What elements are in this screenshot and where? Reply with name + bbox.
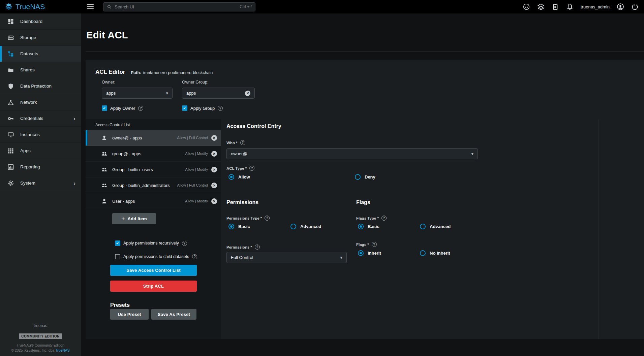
acl-entry-label: Group - builtin_users <box>112 167 153 172</box>
sidebar-item-instances[interactable]: Instances <box>0 127 81 143</box>
feedback-icon[interactable] <box>523 3 530 10</box>
help-icon[interactable] <box>240 140 245 145</box>
permissions-label-row: Permissions * <box>226 245 260 250</box>
permissions-type-advanced-radio[interactable]: Advanced <box>290 224 321 229</box>
clear-icon[interactable] <box>245 91 250 96</box>
sidebar-item-data-protection[interactable]: Data Protection <box>0 78 81 94</box>
chevron-down-icon <box>340 255 342 260</box>
title-divider <box>86 51 644 52</box>
owner-group-input[interactable]: apps <box>182 88 255 99</box>
help-icon[interactable] <box>265 216 270 221</box>
footer-copyright-line: © 2025 iXsystems, Inc. dba TrueNAS <box>0 348 81 352</box>
sidebar-item-apps[interactable]: Apps <box>0 143 81 159</box>
help-icon[interactable] <box>138 106 143 111</box>
help-icon[interactable] <box>182 241 187 246</box>
help-icon[interactable] <box>255 245 260 250</box>
help-icon[interactable] <box>192 254 197 259</box>
sidebar-item-storage[interactable]: Storage <box>0 30 81 46</box>
acl-entry-meta: Allow | Modify <box>185 199 208 203</box>
owner-value: apps <box>106 91 116 96</box>
datasets-icon <box>7 51 14 57</box>
acl-entry-meta: Allow | Full Control <box>177 136 208 140</box>
flags-inherit-radio[interactable]: Inherit <box>358 250 381 256</box>
sidebar-item-datasets[interactable]: Datasets <box>0 46 81 62</box>
remove-entry-icon[interactable] <box>211 198 217 204</box>
help-icon[interactable] <box>372 242 377 247</box>
sidebar-item-label: Instances <box>20 132 40 137</box>
help-icon[interactable] <box>381 216 387 221</box>
acl-entry-row[interactable]: Group - builtin_users Allow | Modify <box>86 162 221 177</box>
acl-entry-meta: Allow | Full Control <box>177 183 208 187</box>
help-icon[interactable] <box>218 106 223 111</box>
acl-type-allow-radio[interactable]: Allow <box>228 174 250 180</box>
remove-entry-icon[interactable] <box>211 167 217 172</box>
menu-toggle-icon[interactable] <box>87 4 94 9</box>
remove-entry-icon[interactable] <box>211 135 217 141</box>
network-icon <box>7 99 14 106</box>
acl-entry-row[interactable]: group@ - apps Allow | Modify <box>86 146 221 162</box>
help-icon[interactable] <box>249 166 254 171</box>
apply-recursively-checkbox[interactable]: Apply permissions recursively <box>115 240 187 246</box>
jobs-clipboard-icon[interactable] <box>552 3 559 10</box>
acl-type-label: ACL Type * <box>226 166 247 170</box>
apply-child-datasets-checkbox[interactable]: Apply permissions to child datasets <box>115 254 197 259</box>
permissions-select[interactable]: Full Control <box>226 252 347 263</box>
power-icon[interactable] <box>631 3 639 10</box>
who-select[interactable]: owner@ <box>226 148 478 159</box>
checkbox-unchecked-icon <box>115 254 120 259</box>
sidebar-item-network[interactable]: Network <box>0 94 81 110</box>
radio-selected-icon <box>358 224 364 229</box>
radio-selected-icon <box>228 224 234 229</box>
acl-entry-label: group@ - apps <box>112 151 141 156</box>
apply-recursively-label: Apply permissions recursively <box>123 241 179 246</box>
add-item-button[interactable]: Add Item <box>112 213 156 224</box>
who-value: owner@ <box>231 151 247 156</box>
apply-owner-checkbox[interactable]: Apply Owner <box>102 105 143 111</box>
truenas-link[interactable]: TrueNAS <box>55 348 70 352</box>
flags-type-label-row: Flags Type * <box>356 216 387 221</box>
flags-label-row: Flags * <box>356 242 377 247</box>
permissions-type-basic-radio[interactable]: Basic <box>228 224 250 229</box>
flags-type-label: Flags Type * <box>356 216 379 220</box>
sidebar-item-dashboard[interactable]: Dashboard <box>0 13 81 30</box>
sidebar-item-reporting[interactable]: Reporting <box>0 159 81 175</box>
flags-type-basic-radio[interactable]: Basic <box>358 224 379 229</box>
logged-in-user[interactable]: truenas_admin <box>581 4 610 9</box>
acl-type-deny-radio[interactable]: Deny <box>355 174 375 180</box>
radio-selected-icon <box>228 174 234 180</box>
acl-entry-row[interactable]: owner@ - apps Allow | Full Control <box>86 130 221 146</box>
updates-layers-icon[interactable] <box>537 3 545 10</box>
remove-entry-icon[interactable] <box>211 183 217 188</box>
acl-entry-label: User - apps <box>112 199 135 204</box>
sidebar-item-system[interactable]: System <box>0 175 81 191</box>
remove-entry-icon[interactable] <box>211 151 217 157</box>
sidebar-item-shares[interactable]: Shares <box>0 62 81 78</box>
flags-type-advanced-radio[interactable]: Advanced <box>420 224 451 229</box>
owner-select[interactable]: apps <box>102 88 173 99</box>
search-input[interactable] <box>115 4 237 9</box>
radio-unselected-icon <box>355 174 361 180</box>
strip-acl-button[interactable]: Strip ACL <box>110 281 197 292</box>
flags-no-inherit-radio[interactable]: No Inherit <box>420 250 450 256</box>
plus-icon <box>121 216 125 222</box>
save-acl-button[interactable]: Save Access Control List <box>110 265 197 276</box>
save-as-preset-label: Save As Preset <box>158 312 190 317</box>
save-as-preset-button[interactable]: Save As Preset <box>151 309 196 320</box>
acl-entry-row[interactable]: User - apps Allow | Modify <box>86 193 221 209</box>
permissions-type-label-row: Permissions Type * <box>226 216 270 221</box>
presets-heading: Presets <box>110 302 130 308</box>
apply-group-checkbox[interactable]: Apply Group <box>182 105 223 111</box>
acl-type-label-row: ACL Type * <box>226 166 254 171</box>
global-search[interactable]: Ctrl + / <box>103 2 255 11</box>
alerts-bell-icon[interactable] <box>566 3 574 10</box>
user-avatar-icon[interactable] <box>617 3 624 10</box>
acl-entry-row[interactable]: Group - builtin_administrators Allow | F… <box>86 177 221 193</box>
save-acl-label: Save Access Control List <box>126 268 180 273</box>
sidebar-item-credentials[interactable]: Credentials <box>0 110 81 127</box>
flags-heading: Flags <box>356 199 370 205</box>
truenas-logo-icon <box>5 3 13 11</box>
truenas-logo[interactable]: TrueNAS <box>0 3 81 11</box>
use-preset-button[interactable]: Use Preset <box>110 309 149 320</box>
group-icon <box>101 151 108 157</box>
path-label: Path: <box>131 70 141 75</box>
